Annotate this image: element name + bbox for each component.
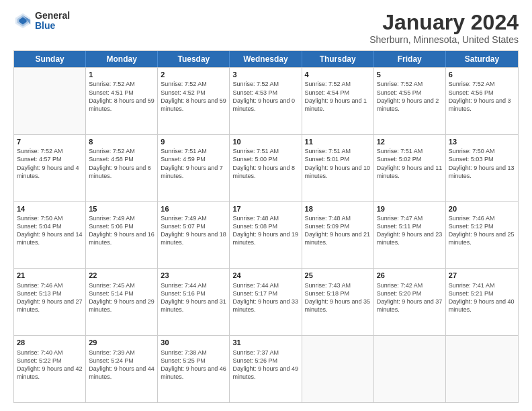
calendar-cell: 9Sunrise: 7:51 AM Sunset: 4:59 PM Daylig… bbox=[158, 135, 230, 201]
calendar-header-friday: Friday bbox=[374, 51, 446, 67]
calendar-body: 1Sunrise: 7:52 AM Sunset: 4:51 PM Daylig… bbox=[14, 67, 518, 402]
cell-day-number: 21 bbox=[17, 271, 83, 280]
cell-info: Sunrise: 7:50 AM Sunset: 5:04 PM Dayligh… bbox=[17, 214, 83, 247]
cell-day-number: 8 bbox=[89, 137, 154, 146]
calendar-week-2: 7Sunrise: 7:52 AM Sunset: 4:57 PM Daylig… bbox=[14, 134, 518, 201]
cell-info: Sunrise: 7:47 AM Sunset: 5:11 PM Dayligh… bbox=[377, 214, 443, 247]
cell-day-number: 18 bbox=[305, 204, 371, 214]
cell-info: Sunrise: 7:51 AM Sunset: 5:02 PM Dayligh… bbox=[377, 147, 443, 180]
cell-info: Sunrise: 7:52 AM Sunset: 4:57 PM Dayligh… bbox=[17, 147, 83, 180]
calendar-cell: 6Sunrise: 7:52 AM Sunset: 4:56 PM Daylig… bbox=[446, 68, 518, 134]
cell-info: Sunrise: 7:52 AM Sunset: 4:55 PM Dayligh… bbox=[377, 80, 443, 113]
calendar-cell: 31Sunrise: 7:37 AM Sunset: 5:26 PM Dayli… bbox=[230, 336, 302, 402]
cell-day-number: 17 bbox=[232, 204, 298, 214]
cell-info: Sunrise: 7:38 AM Sunset: 5:25 PM Dayligh… bbox=[161, 349, 226, 381]
calendar-week-3: 14Sunrise: 7:50 AM Sunset: 5:04 PM Dayli… bbox=[14, 201, 518, 269]
cell-day-number: 7 bbox=[17, 137, 83, 146]
cell-info: Sunrise: 7:52 AM Sunset: 4:58 PM Dayligh… bbox=[89, 147, 154, 180]
cell-info: Sunrise: 7:42 AM Sunset: 5:20 PM Dayligh… bbox=[377, 281, 443, 314]
calendar-cell: 12Sunrise: 7:51 AM Sunset: 5:02 PM Dayli… bbox=[374, 135, 446, 201]
cell-day-number: 19 bbox=[377, 204, 443, 214]
cell-day-number: 13 bbox=[449, 137, 515, 146]
cell-info: Sunrise: 7:44 AM Sunset: 5:17 PM Dayligh… bbox=[232, 281, 298, 314]
cell-day-number: 10 bbox=[232, 137, 298, 146]
cell-info: Sunrise: 7:49 AM Sunset: 5:06 PM Dayligh… bbox=[89, 214, 154, 247]
cell-day-number: 20 bbox=[449, 204, 515, 214]
calendar-cell: 30Sunrise: 7:38 AM Sunset: 5:25 PM Dayli… bbox=[158, 336, 230, 402]
cell-day-number: 4 bbox=[305, 70, 371, 79]
cell-day-number: 31 bbox=[232, 338, 298, 347]
cell-day-number: 3 bbox=[232, 70, 298, 79]
cell-info: Sunrise: 7:46 AM Sunset: 5:13 PM Dayligh… bbox=[17, 281, 83, 314]
cell-info: Sunrise: 7:52 AM Sunset: 4:51 PM Dayligh… bbox=[89, 80, 154, 113]
cell-day-number: 14 bbox=[17, 204, 83, 214]
calendar-cell: 13Sunrise: 7:50 AM Sunset: 5:03 PM Dayli… bbox=[446, 135, 518, 201]
main-title: January 2024 bbox=[369, 11, 519, 34]
logo-icon bbox=[13, 11, 32, 30]
calendar-cell: 29Sunrise: 7:39 AM Sunset: 5:24 PM Dayli… bbox=[86, 336, 158, 402]
calendar-cell: 22Sunrise: 7:45 AM Sunset: 5:14 PM Dayli… bbox=[86, 269, 158, 335]
calendar-cell: 7Sunrise: 7:52 AM Sunset: 4:57 PM Daylig… bbox=[14, 135, 86, 201]
calendar-header-thursday: Thursday bbox=[302, 51, 374, 67]
cell-info: Sunrise: 7:49 AM Sunset: 5:07 PM Dayligh… bbox=[161, 214, 226, 247]
header: General Blue January 2024 Sherburn, Minn… bbox=[13, 11, 519, 45]
calendar-cell: 18Sunrise: 7:48 AM Sunset: 5:09 PM Dayli… bbox=[302, 202, 374, 269]
calendar-cell: 1Sunrise: 7:52 AM Sunset: 4:51 PM Daylig… bbox=[86, 68, 158, 134]
calendar-cell: 26Sunrise: 7:42 AM Sunset: 5:20 PM Dayli… bbox=[374, 269, 446, 335]
calendar-cell: 16Sunrise: 7:49 AM Sunset: 5:07 PM Dayli… bbox=[158, 202, 230, 269]
cell-day-number: 15 bbox=[89, 204, 154, 214]
calendar-header-row: SundayMondayTuesdayWednesdayThursdayFrid… bbox=[14, 51, 518, 67]
page: General Blue January 2024 Sherburn, Minn… bbox=[0, 0, 532, 411]
calendar-cell: 11Sunrise: 7:51 AM Sunset: 5:01 PM Dayli… bbox=[302, 135, 374, 201]
cell-info: Sunrise: 7:48 AM Sunset: 5:09 PM Dayligh… bbox=[305, 214, 371, 247]
calendar-cell: 14Sunrise: 7:50 AM Sunset: 5:04 PM Dayli… bbox=[14, 202, 86, 269]
cell-info: Sunrise: 7:39 AM Sunset: 5:24 PM Dayligh… bbox=[89, 349, 154, 381]
calendar-cell: 24Sunrise: 7:44 AM Sunset: 5:17 PM Dayli… bbox=[230, 269, 302, 335]
calendar-header-wednesday: Wednesday bbox=[230, 51, 302, 67]
cell-day-number: 26 bbox=[377, 271, 443, 280]
calendar-cell bbox=[14, 68, 86, 134]
cell-day-number: 27 bbox=[449, 271, 515, 280]
cell-info: Sunrise: 7:51 AM Sunset: 5:00 PM Dayligh… bbox=[232, 147, 298, 180]
calendar-cell: 28Sunrise: 7:40 AM Sunset: 5:22 PM Dayli… bbox=[14, 336, 86, 402]
cell-day-number: 2 bbox=[161, 70, 226, 79]
calendar-cell: 27Sunrise: 7:41 AM Sunset: 5:21 PM Dayli… bbox=[446, 269, 518, 335]
calendar-cell: 21Sunrise: 7:46 AM Sunset: 5:13 PM Dayli… bbox=[14, 269, 86, 335]
cell-info: Sunrise: 7:40 AM Sunset: 5:22 PM Dayligh… bbox=[17, 349, 83, 381]
cell-day-number: 16 bbox=[161, 204, 226, 214]
calendar-week-5: 28Sunrise: 7:40 AM Sunset: 5:22 PM Dayli… bbox=[14, 335, 518, 402]
logo: General Blue bbox=[13, 11, 70, 32]
cell-day-number: 28 bbox=[17, 338, 83, 347]
calendar-cell: 10Sunrise: 7:51 AM Sunset: 5:00 PM Dayli… bbox=[230, 135, 302, 201]
calendar-cell bbox=[374, 336, 446, 402]
calendar-cell: 20Sunrise: 7:46 AM Sunset: 5:12 PM Dayli… bbox=[446, 202, 518, 269]
calendar-cell: 17Sunrise: 7:48 AM Sunset: 5:08 PM Dayli… bbox=[230, 202, 302, 269]
cell-info: Sunrise: 7:46 AM Sunset: 5:12 PM Dayligh… bbox=[449, 214, 515, 247]
cell-day-number: 5 bbox=[377, 70, 443, 79]
calendar-cell bbox=[446, 336, 518, 402]
calendar-header-sunday: Sunday bbox=[14, 51, 86, 67]
logo-general-label: General bbox=[35, 11, 70, 21]
cell-day-number: 23 bbox=[161, 271, 226, 280]
calendar-header-monday: Monday bbox=[86, 51, 158, 67]
calendar-cell: 2Sunrise: 7:52 AM Sunset: 4:52 PM Daylig… bbox=[158, 68, 230, 134]
cell-info: Sunrise: 7:51 AM Sunset: 5:01 PM Dayligh… bbox=[305, 147, 371, 180]
cell-info: Sunrise: 7:41 AM Sunset: 5:21 PM Dayligh… bbox=[449, 281, 515, 314]
logo-blue-label: Blue bbox=[35, 21, 70, 31]
cell-info: Sunrise: 7:52 AM Sunset: 4:52 PM Dayligh… bbox=[161, 80, 226, 113]
calendar-cell: 23Sunrise: 7:44 AM Sunset: 5:16 PM Dayli… bbox=[158, 269, 230, 335]
calendar: SundayMondayTuesdayWednesdayThursdayFrid… bbox=[13, 50, 519, 403]
cell-info: Sunrise: 7:45 AM Sunset: 5:14 PM Dayligh… bbox=[89, 281, 154, 314]
logo-text: General Blue bbox=[35, 11, 70, 32]
cell-day-number: 1 bbox=[89, 70, 154, 79]
cell-info: Sunrise: 7:50 AM Sunset: 5:03 PM Dayligh… bbox=[449, 147, 515, 180]
cell-day-number: 11 bbox=[305, 137, 371, 146]
calendar-header-tuesday: Tuesday bbox=[158, 51, 230, 67]
cell-day-number: 12 bbox=[377, 137, 443, 146]
calendar-cell: 25Sunrise: 7:43 AM Sunset: 5:18 PM Dayli… bbox=[302, 269, 374, 335]
cell-day-number: 9 bbox=[161, 137, 226, 146]
cell-info: Sunrise: 7:52 AM Sunset: 4:56 PM Dayligh… bbox=[449, 80, 515, 113]
calendar-week-4: 21Sunrise: 7:46 AM Sunset: 5:13 PM Dayli… bbox=[14, 268, 518, 335]
cell-day-number: 22 bbox=[89, 271, 154, 280]
cell-day-number: 29 bbox=[89, 338, 154, 347]
